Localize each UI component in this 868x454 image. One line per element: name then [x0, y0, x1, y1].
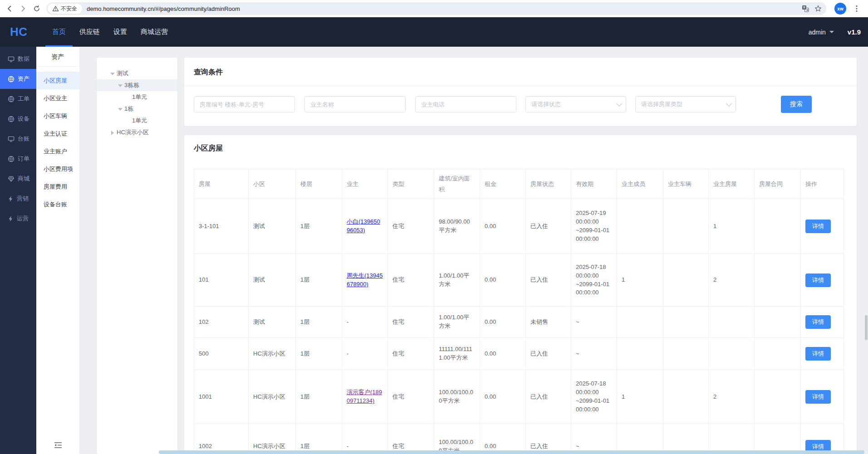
- translate-icon[interactable]: [802, 5, 809, 12]
- table-cell: 0.00: [480, 199, 526, 254]
- rooms-panel-title: 小区房屋: [184, 135, 857, 156]
- collapse-menu-icon[interactable]: [36, 442, 79, 449]
- column-header: 小区: [249, 169, 296, 199]
- table-cell: 已入住: [526, 424, 571, 454]
- nav-item[interactable]: 设置: [107, 17, 134, 47]
- owner-link[interactable]: 演示客户(18909711234): [347, 389, 382, 404]
- table-cell: -: [342, 424, 388, 454]
- table-cell: 住宅: [388, 424, 434, 454]
- submenu-item[interactable]: 小区车辆: [36, 107, 79, 125]
- table-cell: 500: [194, 338, 249, 370]
- vertical-scrollbar[interactable]: [864, 47, 868, 454]
- tree-node[interactable]: 1单元: [97, 115, 177, 127]
- reload-icon[interactable]: [31, 3, 43, 15]
- submenu-item[interactable]: 小区业主: [36, 89, 79, 107]
- column-header: 房屋状态: [526, 169, 571, 199]
- browser-menu-icon[interactable]: [851, 3, 863, 15]
- nav-item[interactable]: 供应链: [73, 17, 107, 47]
- horizontal-scrollbar[interactable]: [159, 450, 864, 454]
- detail-button[interactable]: 详情: [805, 273, 831, 287]
- table-cell: 住宅: [388, 254, 434, 307]
- search-button[interactable]: 搜索: [781, 96, 812, 113]
- table-cell: [617, 424, 663, 454]
- table-cell: 演示客户(18909711234): [342, 370, 388, 424]
- table-cell: 0.00: [480, 338, 526, 370]
- room-type-select[interactable]: 请选择房屋类型: [635, 96, 736, 112]
- sidebar-item[interactable]: 台账: [0, 129, 36, 149]
- sidebar-item[interactable]: 设备: [0, 109, 36, 129]
- table-cell: [755, 370, 801, 424]
- submenu-item[interactable]: 小区房屋: [36, 72, 79, 89]
- avatar[interactable]: xw: [834, 3, 846, 15]
- room-number-input[interactable]: [194, 96, 295, 112]
- tree-node[interactable]: 3栋栋: [97, 79, 177, 91]
- table-cell-actions: 详情: [801, 307, 844, 338]
- nav-item[interactable]: 首页: [45, 17, 73, 47]
- table-row: 102测试1层-住宅1.00/1.00平方米0.00未销售~详情: [194, 307, 844, 338]
- table-cell: [709, 424, 755, 454]
- table-row: 1001HC演示小区1层演示客户(18909711234)住宅100.00/10…: [194, 370, 844, 424]
- table-cell: [617, 338, 663, 370]
- table-cell: 2: [709, 370, 755, 424]
- table-cell: 1层: [296, 199, 342, 254]
- table-cell: ~: [571, 338, 617, 370]
- detail-button[interactable]: 详情: [805, 390, 831, 404]
- table-cell: 2025-07-18 00:00:00 ~2099-01-01 00:00:00: [571, 370, 617, 424]
- tree-node[interactable]: 测试: [97, 68, 177, 79]
- app-logo[interactable]: HC: [0, 17, 35, 47]
- community-tree: 测试3栋栋1单元1栋1单元HC演示小区: [97, 58, 177, 454]
- column-header: 建筑/室内面积: [434, 169, 480, 199]
- table-cell: 102: [194, 307, 249, 338]
- caret-down-icon[interactable]: [110, 72, 114, 75]
- column-header: 业主车辆: [663, 169, 709, 199]
- detail-button[interactable]: 详情: [805, 315, 831, 329]
- submenu-item[interactable]: 业主账户: [36, 142, 79, 160]
- sidebar-item[interactable]: 工单: [0, 89, 36, 109]
- submenu-item[interactable]: 设备台账: [36, 195, 79, 213]
- caret-down-icon[interactable]: [118, 107, 122, 111]
- submenu-item[interactable]: 房屋费用: [36, 178, 79, 195]
- table-cell: ~: [571, 424, 617, 454]
- user-menu[interactable]: admin: [809, 29, 826, 36]
- table-cell: 11111.00/1111.00平方米: [434, 338, 480, 370]
- nav-item[interactable]: 商城运营: [134, 17, 175, 47]
- sidebar-item[interactable]: 运营: [0, 209, 36, 229]
- detail-button[interactable]: 详情: [805, 347, 831, 361]
- url-bar[interactable]: 不安全 demo.homecommunity.cn/#/pages/commun…: [46, 2, 826, 15]
- table-cell: 周先生(13945678900): [342, 254, 388, 307]
- caret-right-icon[interactable]: [110, 131, 114, 134]
- caret-down-icon[interactable]: [118, 83, 122, 87]
- forward-icon[interactable]: [17, 3, 29, 15]
- owner-name-input[interactable]: [304, 96, 406, 112]
- owner-phone-input[interactable]: [415, 96, 516, 112]
- tree-node[interactable]: 1单元: [97, 91, 177, 103]
- table-cell: 已入住: [526, 370, 571, 424]
- back-icon[interactable]: [4, 3, 15, 15]
- submenu-item[interactable]: 业主认证: [36, 125, 79, 142]
- owner-link[interactable]: 小白(13965096053): [347, 218, 380, 234]
- tree-node[interactable]: HC演示小区: [97, 127, 177, 138]
- sidebar-item[interactable]: 营销: [0, 189, 36, 209]
- icon-sidebar: 数据资产工单设备台账订单商城营销运营: [0, 47, 36, 454]
- detail-button[interactable]: 详情: [805, 220, 831, 233]
- table-cell: [663, 254, 709, 307]
- table-cell-actions: 详情: [801, 199, 844, 254]
- sidebar-item[interactable]: 订单: [0, 149, 36, 169]
- sidebar-item[interactable]: 商城: [0, 169, 36, 189]
- submenu-item[interactable]: 小区费用项: [36, 160, 79, 178]
- sidebar-item[interactable]: 数据: [0, 49, 36, 69]
- security-badge[interactable]: 不安全: [48, 4, 82, 14]
- column-header: 租金: [480, 169, 526, 199]
- room-type-select-placeholder: 请选择房屋类型: [641, 100, 682, 108]
- owner-link[interactable]: 周先生(13945678900): [347, 272, 383, 288]
- warning-icon: [53, 6, 59, 11]
- sidebar-item[interactable]: 资产: [0, 69, 36, 89]
- column-header: 业主房屋: [709, 169, 755, 199]
- chevron-down-icon[interactable]: [829, 31, 834, 33]
- tree-node[interactable]: 1栋: [97, 103, 177, 115]
- tree-node-label: 1单元: [132, 93, 147, 101]
- table-cell: [755, 424, 801, 454]
- diamond-icon: [8, 176, 15, 182]
- status-select[interactable]: 请选择状态: [525, 96, 626, 112]
- bookmark-star-icon[interactable]: [814, 5, 822, 12]
